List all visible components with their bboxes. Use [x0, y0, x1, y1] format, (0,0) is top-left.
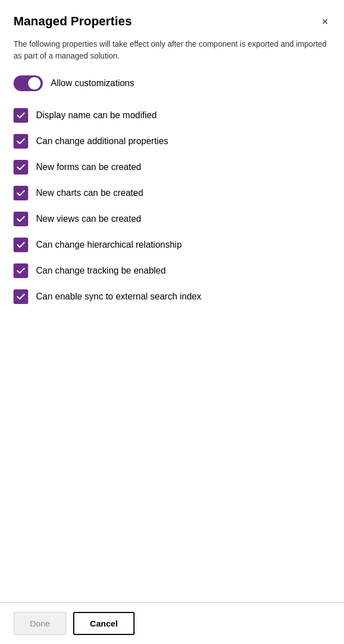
checkbox-4[interactable]: [14, 212, 28, 226]
checkbox-row: Can enable sync to external search index: [14, 284, 330, 310]
dialog-footer: Done Cancel: [0, 602, 344, 644]
done-button[interactable]: Done: [14, 612, 66, 635]
checkbox-1[interactable]: [14, 134, 28, 149]
dialog-title: Managed Properties: [14, 14, 132, 29]
checkbox-row: New forms can be created: [14, 154, 330, 180]
dialog-header: Managed Properties ×: [14, 14, 330, 29]
checkbox-row: Can change additional properties: [14, 128, 330, 154]
checkbox-6[interactable]: [14, 263, 28, 278]
checkbox-label-3: New charts can be created: [36, 188, 143, 198]
checkbox-5[interactable]: [14, 238, 28, 252]
checkbox-2[interactable]: [14, 160, 28, 175]
checkbox-0[interactable]: [14, 108, 28, 123]
allow-customizations-toggle[interactable]: [14, 75, 43, 91]
checkbox-list: Display name can be modified Can change …: [14, 102, 330, 310]
checkbox-3[interactable]: [14, 186, 28, 200]
checkbox-label-1: Can change additional properties: [36, 136, 168, 146]
checkbox-label-5: Can change hierarchical relationship: [36, 240, 182, 250]
checkbox-row: Can change tracking be enabled: [14, 258, 330, 284]
toggle-label: Allow customizations: [51, 78, 135, 88]
checkbox-row: New views can be created: [14, 206, 330, 232]
checkbox-label-6: Can change tracking be enabled: [36, 266, 166, 276]
checkbox-label-4: New views can be created: [36, 214, 141, 224]
checkbox-label-7: Can enable sync to external search index: [36, 292, 202, 302]
checkbox-label-2: New forms can be created: [36, 162, 141, 172]
checkbox-row: Display name can be modified: [14, 102, 330, 128]
checkbox-row: Can change hierarchical relationship: [14, 232, 330, 258]
dialog-description: The following properties will take effec…: [14, 38, 330, 62]
cancel-button[interactable]: Cancel: [73, 612, 135, 635]
dialog-container: Managed Properties × The following prope…: [0, 0, 344, 602]
toggle-row: Allow customizations: [14, 75, 330, 91]
checkbox-row: New charts can be created: [14, 180, 330, 206]
checkbox-label-0: Display name can be modified: [36, 110, 157, 120]
checkbox-7[interactable]: [14, 289, 28, 304]
close-button[interactable]: ×: [319, 14, 330, 29]
